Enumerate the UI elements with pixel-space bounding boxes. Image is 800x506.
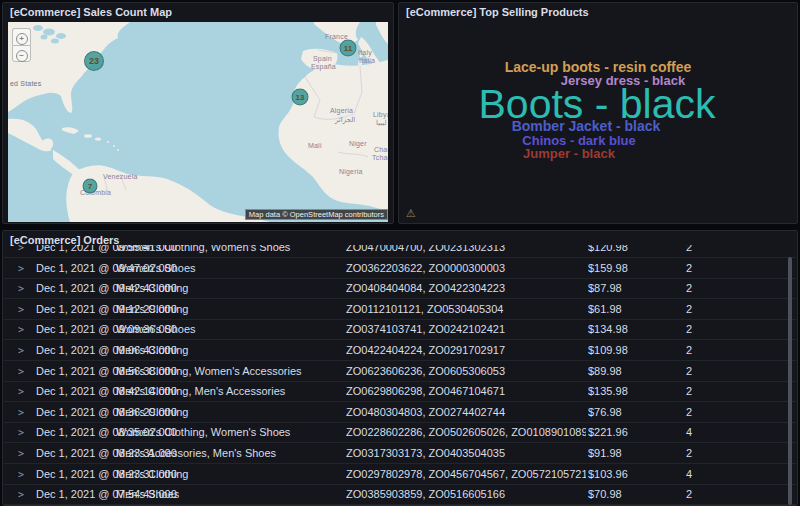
table-row: >Dec 1, 2021 @ 08:35:02.000Women's Cloth…	[4, 422, 796, 443]
expand-row-button[interactable]: >	[18, 402, 32, 423]
expand-row-button[interactable]: >	[18, 422, 32, 443]
table-row: >Dec 1, 2021 @ 08:23:31.000Men's Accesso…	[4, 443, 796, 464]
expand-row-button[interactable]: >	[18, 464, 32, 485]
products-cell: ZO0480304803, ZO0274402744	[346, 402, 586, 423]
quantity-cell: 2	[686, 443, 726, 464]
quantity-cell: 2	[686, 402, 726, 423]
expand-row-button[interactable]: >	[18, 340, 32, 361]
category-cell: Men's Clothing, Men's Accessories	[116, 381, 342, 402]
map-place-label: Tchad	[372, 154, 388, 161]
map-cluster-marker[interactable]: 23	[84, 51, 104, 71]
expand-row-button[interactable]: >	[18, 278, 32, 299]
table-row: >Dec 1, 2021 @ 07:54:43.000Men's ShoesZO…	[4, 484, 796, 505]
price-cell: $103.96	[588, 464, 680, 485]
products-cell: ZO0422404224, ZO0291702917	[346, 340, 586, 361]
price-cell: $120.98	[588, 245, 680, 258]
products-cell: ZO0297802978, ZO0456704567, ZO0572105721…	[346, 464, 586, 485]
quantity-cell: 2	[686, 340, 726, 361]
category-cell: Men's Clothing	[116, 464, 342, 485]
map-place-label: ed States	[10, 80, 41, 87]
map-place-label: Algeria	[330, 107, 353, 114]
map-cluster-marker[interactable]: 11	[340, 40, 357, 57]
table-row: >Dec 1, 2021 @ 08:23:31.000Men's Clothin…	[4, 464, 796, 485]
products-cell: ZO0408404084, ZO0422304223	[346, 278, 586, 299]
expand-row-button[interactable]: >	[18, 443, 32, 464]
map-cluster-marker[interactable]: 13	[292, 89, 309, 106]
map-place-label: Niger	[349, 140, 367, 147]
map-place-label: Chad	[374, 146, 388, 153]
expand-row-button[interactable]: >	[18, 299, 32, 320]
price-cell: $91.98	[588, 443, 680, 464]
quantity-cell: 2	[686, 258, 726, 279]
map-cluster-marker[interactable]: 7	[83, 179, 98, 194]
products-cell: ZO0623606236, ZO0605306053	[346, 361, 586, 382]
quantity-cell: 4	[686, 464, 726, 485]
panel-title: [eCommerce] Sales Count Map	[10, 6, 172, 18]
expand-row-button[interactable]: >	[18, 319, 32, 340]
category-cell: Men's Accessories, Men's Shoes	[116, 443, 342, 464]
category-cell: Men's Clothing	[116, 299, 342, 320]
quantity-cell: 2	[686, 484, 726, 505]
table-row: >Dec 1, 2021 @ 09:55:41.000Women's Cloth…	[4, 245, 796, 258]
map-place-label: Venezuela	[103, 173, 138, 180]
map-zoom-in-button[interactable]: +	[12, 28, 31, 45]
expand-row-button[interactable]: >	[18, 258, 32, 279]
price-cell: $76.98	[588, 402, 680, 423]
map-place-label: ليبيا	[376, 119, 387, 127]
panel-title: [eCommerce] Top Selling Products	[406, 6, 589, 18]
price-cell: $61.98	[588, 299, 680, 320]
orders-table: >Dec 1, 2021 @ 09:55:41.000Women's Cloth…	[4, 245, 796, 506]
quantity-cell: 2	[686, 361, 726, 382]
map-place-label: Italia	[359, 57, 375, 64]
table-row: >Dec 1, 2021 @ 08:56:38.000Men's Clothin…	[4, 361, 796, 382]
price-cell: $159.98	[588, 258, 680, 279]
table-row: >Dec 1, 2021 @ 09:42:43.000Men's Clothin…	[4, 278, 796, 299]
magnifier-minus-icon: −	[16, 50, 28, 62]
warning-triangle-icon[interactable]: ⚠	[406, 208, 416, 219]
products-cell: ZO0317303173, ZO0403504035	[346, 443, 586, 464]
sales-count-map-panel: [eCommerce] Sales Count Map	[2, 2, 394, 224]
map-place-label: España	[311, 63, 336, 70]
quantity-cell: 2	[686, 319, 726, 340]
expand-row-button[interactable]: >	[18, 484, 32, 505]
category-cell: Women's Clothing, Women's Shoes	[116, 245, 342, 258]
quantity-cell: 2	[686, 278, 726, 299]
products-cell: ZO0385903859, ZO0516605166	[346, 484, 586, 505]
price-cell: $87.98	[588, 278, 680, 299]
price-cell: $89.98	[588, 361, 680, 382]
price-cell: $109.98	[588, 340, 680, 361]
products-cell: ZO0374103741, ZO0242102421	[346, 319, 586, 340]
category-cell: Men's Clothing	[116, 278, 342, 299]
world-map	[8, 22, 388, 222]
magnifier-plus-icon: +	[16, 33, 28, 45]
quantity-cell: 2	[686, 381, 726, 402]
quantity-cell: 4	[686, 422, 726, 443]
expand-row-button[interactable]: >	[18, 245, 32, 258]
table-row: >Dec 1, 2021 @ 08:42:14.000Men's Clothin…	[4, 381, 796, 402]
tagcloud-tag[interactable]: Jumper - black	[523, 147, 615, 160]
expand-row-button[interactable]: >	[18, 381, 32, 402]
table-row: >Dec 1, 2021 @ 09:06:43.000Men's Clothin…	[4, 340, 796, 361]
expand-row-button[interactable]: >	[18, 361, 32, 382]
category-cell: Men's Clothing	[116, 402, 342, 423]
map-place-label: Mali	[308, 142, 322, 149]
table-row: >Dec 1, 2021 @ 08:36:29.000Men's Clothin…	[4, 402, 796, 423]
category-cell: Men's Shoes	[116, 484, 342, 505]
map-zoom-out-button[interactable]: −	[12, 45, 31, 62]
quantity-cell: 2	[686, 245, 726, 258]
orders-scrollbar[interactable]	[788, 257, 792, 505]
map-place-label: Italy	[358, 49, 372, 56]
products-cell: ZO0112101121, ZO0530405304	[346, 299, 586, 320]
map-zoom-controls: + −	[12, 28, 31, 62]
products-cell: ZO0362203622, ZO0000300003	[346, 258, 586, 279]
table-row: >Dec 1, 2021 @ 09:47:02.000Women's Shoes…	[4, 258, 796, 279]
map-place-label: Nigeria	[339, 168, 363, 175]
quantity-cell: 2	[686, 299, 726, 320]
table-row: >Dec 1, 2021 @ 09:12:29.000Men's Clothin…	[4, 299, 796, 320]
price-cell: $134.98	[588, 319, 680, 340]
panel-title: [eCommerce] Orders	[10, 234, 119, 246]
tagcloud-tag[interactable]: Bomber Jacket - black	[512, 119, 661, 133]
map-attribution[interactable]: Map data © OpenStreetMap contributors	[245, 209, 388, 220]
map-viewport[interactable]: + − Map data © OpenStreetMap contributor…	[8, 22, 388, 222]
category-cell: Women's Shoes	[116, 319, 342, 340]
